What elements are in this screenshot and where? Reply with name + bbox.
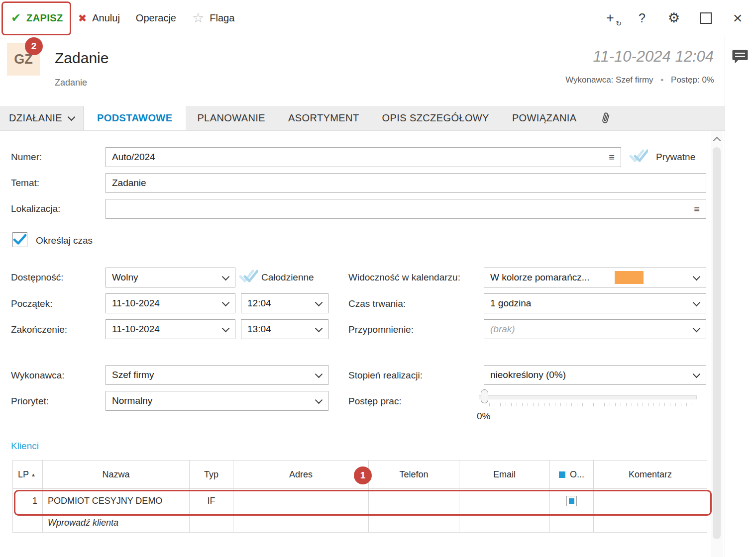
cancel-x-icon: ✖ xyxy=(78,13,87,23)
poczatek-date-select[interactable]: 11-10-2024 xyxy=(106,293,235,313)
zakonczenie-date-value: 11-10-2024 xyxy=(112,324,217,335)
wykonawca-select[interactable]: Szef firmy xyxy=(106,365,328,385)
przypomnienie-label: Przypomnienie: xyxy=(348,324,414,335)
column-header-o[interactable]: O... xyxy=(550,461,594,489)
refresh-icon: ↻ xyxy=(616,20,622,27)
lokalizacja-input[interactable]: ≡ xyxy=(106,199,706,219)
comments-button[interactable] xyxy=(732,49,749,67)
tab-asortyment-label: ASORTYMENT xyxy=(288,112,359,124)
flag-button[interactable]: ☆ Flaga xyxy=(184,6,242,30)
cancel-button[interactable]: ✖ Anuluj xyxy=(70,6,128,30)
widocznosc-select[interactable]: W kolorze pomarańcz... xyxy=(484,268,706,287)
tab-asortyment[interactable]: ASORTYMENT xyxy=(277,106,371,130)
annotation-save-highlight xyxy=(1,1,71,35)
new-cell-komentarz xyxy=(594,513,707,533)
calodzienne-label: Całodzienne xyxy=(261,272,314,283)
zakonczenie-date-select[interactable]: 11-10-2024 xyxy=(106,319,235,339)
column-header-telefon[interactable]: Telefon xyxy=(369,461,459,489)
attachment-button[interactable] xyxy=(601,106,616,130)
checkbox-column-icon xyxy=(559,471,565,478)
numer-menu-icon[interactable]: ≡ xyxy=(609,152,615,162)
o-header-label: O... xyxy=(570,469,584,479)
new-client-input[interactable]: Wprowadź klienta xyxy=(43,513,190,533)
scrollbar-thumb[interactable] xyxy=(713,147,721,539)
czas-trwania-value: 1 godzina xyxy=(490,298,688,309)
new-cell-lp xyxy=(13,513,43,533)
settings-gear-icon[interactable]: ⚙ xyxy=(667,10,680,26)
dostepnosc-label: Dostępność: xyxy=(11,272,64,283)
poczatek-label: Początek: xyxy=(11,298,52,309)
tab-dzialanie[interactable]: DZIAŁANIE xyxy=(0,106,84,130)
czas-trwania-select[interactable]: 1 godzina xyxy=(484,293,706,313)
tab-powiazania[interactable]: POWIĄZANIA xyxy=(501,106,588,130)
postep-slider[interactable] xyxy=(479,389,697,409)
vertical-scrollbar[interactable] xyxy=(711,131,723,557)
operations-button[interactable]: Operacje xyxy=(128,6,184,30)
widocznosc-label: Widoczność w kalendarzu: xyxy=(348,272,460,283)
zakonczenie-time-value: 13:04 xyxy=(247,324,310,335)
column-header-lp[interactable]: LP▲ xyxy=(13,461,43,489)
chevron-down-icon xyxy=(693,273,701,281)
column-header-adres[interactable]: Adres xyxy=(233,461,369,489)
maximize-button[interactable] xyxy=(699,10,712,26)
temat-input[interactable]: Zadanie xyxy=(106,173,706,193)
numer-input[interactable]: Auto/2024 ≡ xyxy=(106,147,621,167)
stopien-select[interactable]: nieokreślony (0%) xyxy=(484,365,706,385)
dostepnosc-select[interactable]: Wolny xyxy=(106,268,235,287)
star-icon: ☆ xyxy=(192,11,204,25)
blue-check-icon xyxy=(13,234,27,246)
column-header-email[interactable]: Email xyxy=(459,461,550,489)
wykonawca-label: Wykonawca: xyxy=(11,370,65,381)
priorytet-value: Normalny xyxy=(112,395,310,406)
column-header-komentarz[interactable]: Komentarz xyxy=(594,461,707,489)
tab-opis-szczegolowy[interactable]: OPIS SZCZEGÓŁOWY xyxy=(371,106,501,130)
przypomnienie-value: (brak) xyxy=(490,324,688,335)
temat-value: Zadanie xyxy=(112,178,700,188)
chevron-down-icon xyxy=(222,325,230,333)
chevron-down-icon xyxy=(693,371,701,378)
chevron-down-icon xyxy=(315,371,323,378)
page-subtitle: Zadanie xyxy=(55,78,87,88)
lp-header-label: LP xyxy=(18,469,29,479)
prywatne-double-check-icon[interactable] xyxy=(629,148,648,165)
sort-asc-icon: ▲ xyxy=(31,472,36,477)
lokalizacja-menu-icon[interactable]: ≡ xyxy=(694,204,700,214)
header-datetime: 11-10-2024 12:04 xyxy=(593,48,714,66)
scroll-up-button[interactable] xyxy=(711,134,723,144)
okreslaj-czas-checkbox[interactable] xyxy=(12,232,27,247)
slider-thumb[interactable] xyxy=(481,389,488,403)
przypomnienie-select[interactable]: (brak) xyxy=(484,319,706,339)
add-new-button[interactable]: + ↻ xyxy=(604,10,617,26)
dostepnosc-value: Wolny xyxy=(112,272,217,283)
new-client-row[interactable]: Wprowadź klienta xyxy=(13,513,707,533)
chevron-down-icon xyxy=(315,396,323,404)
help-button[interactable]: ? xyxy=(636,10,648,26)
close-button[interactable]: × xyxy=(731,10,744,26)
paperclip-icon xyxy=(599,110,613,126)
zakonczenie-label: Zakończenie: xyxy=(11,324,67,335)
tab-opis-label: OPIS SZCZEGÓŁOWY xyxy=(382,112,489,124)
widocznosc-value: W kolorze pomarańcz... xyxy=(490,272,590,283)
priorytet-select[interactable]: Normalny xyxy=(106,391,328,411)
zakonczenie-time-select[interactable]: 13:04 xyxy=(241,319,328,339)
header: GZ Zadanie Zadanie 11-10-2024 12:04 Wyko… xyxy=(0,36,725,106)
calodzienne-double-check-icon[interactable] xyxy=(239,269,258,285)
operations-button-label: Operacje xyxy=(136,12,176,24)
column-header-typ[interactable]: Typ xyxy=(190,461,233,489)
chevron-down-icon xyxy=(315,325,323,333)
maximize-square-icon xyxy=(700,12,712,24)
new-cell-checkbox xyxy=(550,513,594,533)
new-cell-typ xyxy=(190,513,233,533)
poczatek-time-select[interactable]: 12:04 xyxy=(241,293,328,313)
new-cell-email xyxy=(459,513,550,533)
tab-bar: DZIAŁANIE PODSTAWOWE PLANOWANIE ASORTYME… xyxy=(0,106,725,131)
page-title: Zadanie xyxy=(55,50,108,67)
annotation-row-highlight xyxy=(14,490,712,516)
tab-dzialanie-label: DZIAŁANIE xyxy=(9,112,62,124)
tab-planowanie[interactable]: PLANOWANIE xyxy=(186,106,277,130)
new-cell-telefon xyxy=(369,513,459,533)
slider-track[interactable] xyxy=(479,395,697,399)
tab-podstawowe[interactable]: PODSTAWOWE xyxy=(84,106,186,130)
stopien-value: nieokreślony (0%) xyxy=(490,370,688,380)
column-header-nazwa[interactable]: Nazwa xyxy=(43,461,190,489)
